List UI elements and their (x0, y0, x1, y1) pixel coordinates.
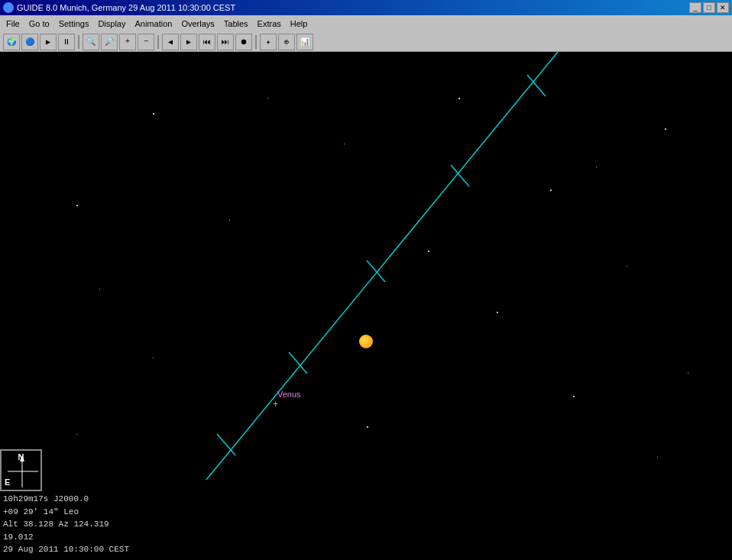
app-icon (3, 2, 14, 13)
toolbar: 🌍 🔵 ▶ ⏸ 🔍 🔎 + − ◀ ▶ ⏮ ⏭ ⏺ ✦ ⊕ 📊 (0, 32, 732, 52)
toolbar-prev-btn[interactable]: ◀ (162, 34, 179, 50)
toolbar-stop-btn[interactable]: ⏺ (235, 34, 252, 50)
star (153, 113, 154, 115)
toolbar-object-btn[interactable]: 🔵 (21, 34, 38, 50)
toolbar-sep2 (157, 35, 159, 49)
toolbar-skip-back-btn[interactable]: ⏮ (199, 34, 215, 50)
toolbar-sep3 (255, 35, 257, 49)
star (596, 167, 597, 167)
menu-display[interactable]: Display (93, 18, 130, 30)
toolbar-minus-btn[interactable]: − (138, 34, 154, 50)
sky-view[interactable]: + Venus N E (0, 52, 732, 491)
svg-line-4 (289, 352, 307, 374)
star (657, 457, 658, 458)
toolbar-skip-fwd-btn[interactable]: ⏭ (217, 34, 234, 50)
toolbar-play-btn[interactable]: ▶ (40, 34, 57, 50)
star (665, 128, 666, 130)
toolbar-zoom-in-btn[interactable]: 🔍 (83, 34, 99, 50)
close-button[interactable]: ✕ (717, 2, 729, 13)
toolbar-plus-btn[interactable]: + (119, 34, 136, 50)
toolbar-locate-btn[interactable]: 🌍 (3, 34, 20, 50)
toolbar-zoom-out-btn[interactable]: 🔎 (101, 34, 118, 50)
venus-planet (359, 335, 373, 348)
app-title: GUIDE 8.0 Munich, Germany 29 Aug 2011 10… (17, 3, 235, 12)
status-line2: +09 29' 14" Leo (3, 506, 729, 519)
star (344, 144, 345, 144)
menu-settings[interactable]: Settings (54, 18, 94, 30)
star (550, 189, 552, 191)
star (76, 205, 78, 206)
venus-cross-marker: + (273, 400, 278, 410)
status-line3: Alt 38.128 Az 124.319 (3, 518, 729, 531)
title-bar: GUIDE 8.0 Munich, Germany 29 Aug 2011 10… (0, 0, 732, 15)
titlebar-left: GUIDE 8.0 Munich, Germany 29 Aug 2011 10… (3, 2, 235, 13)
star (99, 289, 100, 290)
titlebar-controls[interactable]: _ □ ✕ (689, 2, 729, 13)
star (573, 396, 575, 397)
svg-line-5 (217, 434, 235, 455)
menubar: File Go to Settings Display Animation Ov… (0, 15, 732, 32)
venus-label: Venus (277, 390, 301, 399)
star (428, 251, 429, 252)
svg-marker-8 (20, 455, 24, 461)
star (367, 426, 368, 428)
status-line4: 19.012 (3, 531, 729, 544)
star (229, 220, 230, 221)
toolbar-star-btn[interactable]: ✦ (260, 34, 277, 50)
svg-line-2 (451, 165, 469, 186)
svg-line-3 (367, 261, 385, 282)
toolbar-chart-btn[interactable]: 📊 (296, 34, 313, 50)
menu-help[interactable]: Help (286, 18, 313, 30)
menu-extras[interactable]: Extras (253, 18, 286, 30)
toolbar-cross-btn[interactable]: ⊕ (278, 34, 295, 50)
menu-overlays[interactable]: Overlays (177, 18, 219, 30)
star (627, 266, 627, 267)
menu-file[interactable]: File (2, 18, 24, 30)
star (153, 358, 154, 358)
toolbar-next-btn[interactable]: ▶ (180, 34, 197, 50)
status-line1: 10h29m17s J2000.0 (3, 493, 729, 506)
star (688, 373, 688, 374)
menu-animation[interactable]: Animation (130, 18, 177, 30)
star (458, 98, 460, 99)
compass-east: E (5, 477, 10, 487)
compass-inner: N E (2, 451, 40, 490)
star (497, 312, 498, 313)
minimize-button[interactable]: _ (689, 2, 701, 13)
toolbar-pause-btn[interactable]: ⏸ (58, 34, 75, 50)
maximize-button[interactable]: □ (703, 2, 715, 13)
svg-line-0 (206, 52, 558, 480)
star (267, 98, 268, 99)
status-line5: 29 Aug 2011 10:30:00 CEST (3, 543, 729, 556)
menu-tables[interactable]: Tables (219, 18, 253, 30)
ecliptic-line (0, 52, 732, 491)
status-bar: 10h29m17s J2000.0 +09 29' 14" Leo Alt 38… (0, 491, 732, 558)
menu-goto[interactable]: Go to (24, 18, 54, 30)
compass-rose: N E (0, 449, 42, 491)
toolbar-sep1 (78, 35, 79, 49)
star (76, 434, 77, 435)
